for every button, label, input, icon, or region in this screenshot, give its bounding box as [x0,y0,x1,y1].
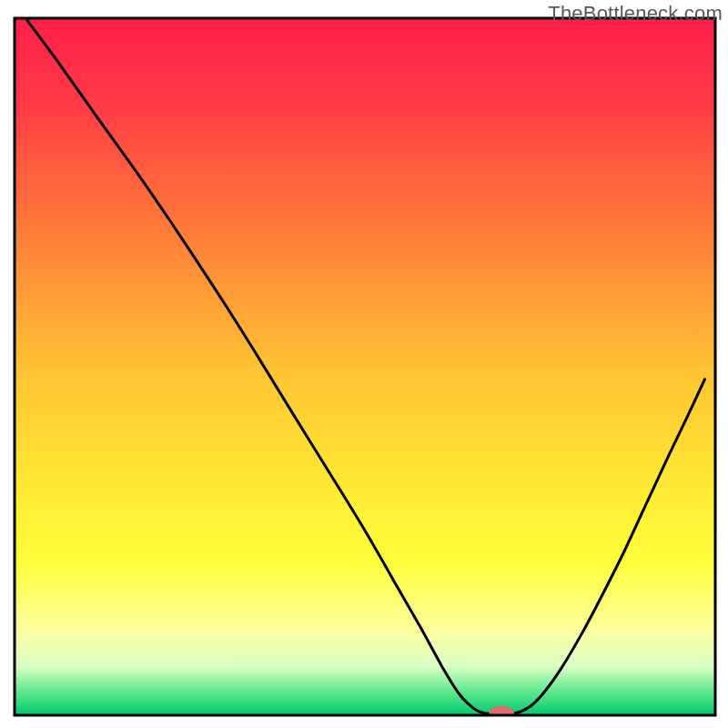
bottleneck-chart [0,0,728,728]
plot-area [15,18,715,720]
gradient-background [15,18,715,715]
optimal-marker [489,706,514,720]
chart-container: TheBottleneck.com [0,0,728,728]
